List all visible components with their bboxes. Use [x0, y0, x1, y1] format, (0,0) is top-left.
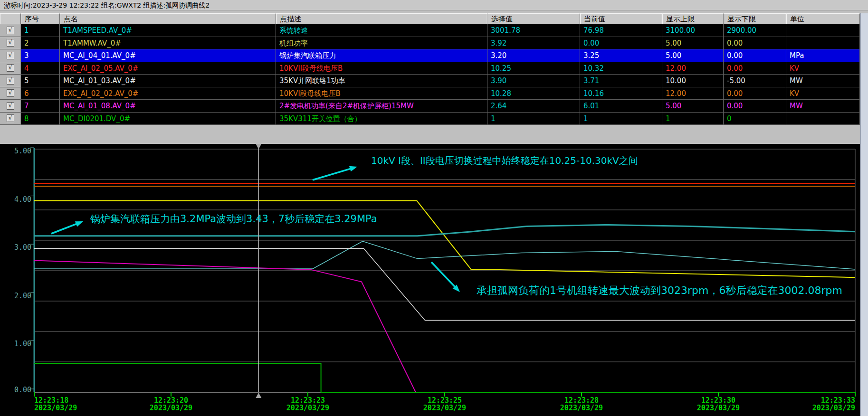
y-axis-label: 4.00: [14, 195, 31, 204]
x-axis-labels: 12:23:182023/03/2912:23:202023/03/2912:2…: [34, 392, 855, 412]
x-axis-date-label: 2023/03/29: [697, 404, 740, 412]
annotation-arrow-line: [51, 223, 79, 234]
curve-unit-power: [34, 201, 855, 278]
curve-boiler-header-pressure: [34, 225, 855, 236]
annotation-arrowhead: [75, 221, 83, 227]
annotation-voltage: 10kV I段、II段电压切换过程中始终稳定在10.25-10.30kV之间: [371, 155, 638, 166]
x-axis-date-label: 2023/03/29: [286, 404, 329, 412]
x-axis-date-label: 2023/03/29: [560, 404, 603, 412]
annotation-arrowhead: [349, 166, 357, 172]
y-axis-label: 5.00: [14, 147, 31, 155]
y-axis-label: 0.00: [14, 386, 31, 394]
x-axis-date-label: 2023/03/29: [150, 404, 192, 412]
y-axis-label: 3.00: [14, 243, 31, 252]
y-axis-label: 2.00: [14, 292, 31, 300]
cursor-bottom-handle[interactable]: [256, 393, 261, 398]
x-axis-date-label: 2023/03/29: [423, 404, 466, 412]
annotation-arrow-line: [313, 168, 353, 180]
x-axis-date-label: 2023/03/29: [812, 404, 855, 412]
annotation-speed: 承担孤网负荷的1号机组转速最大波动到3023rpm，6秒后稳定在3002.08r…: [477, 284, 842, 296]
chart-gridlines: [34, 149, 855, 392]
chart-axes: [34, 148, 855, 392]
annotation-arrow-line: [431, 262, 457, 289]
annotation-boiler-pressure: 锅炉集汽联箱压力由3.2MPa波动到3.43，7秒后稳定在3.29MPa: [90, 213, 377, 225]
x-axis-date-label: 2023/03/29: [34, 404, 77, 412]
curve-switch-311-position: [34, 363, 855, 392]
trend-chart: 12:23:182023/03/2912:23:202023/03/2912:2…: [0, 0, 868, 416]
cursor-top-handle[interactable]: [256, 144, 261, 149]
scada-trend-window: 游标时间:2023-3-29 12:23:22 组名:GWXT2 组描述:孤网协…: [0, 0, 868, 416]
curve-gen2-power: [34, 261, 416, 392]
y-axis-label: 1.00: [14, 340, 31, 348]
y-axis-labels: 5.004.003.002.001.000.00: [14, 147, 34, 394]
annotation-arrows: [51, 166, 460, 292]
